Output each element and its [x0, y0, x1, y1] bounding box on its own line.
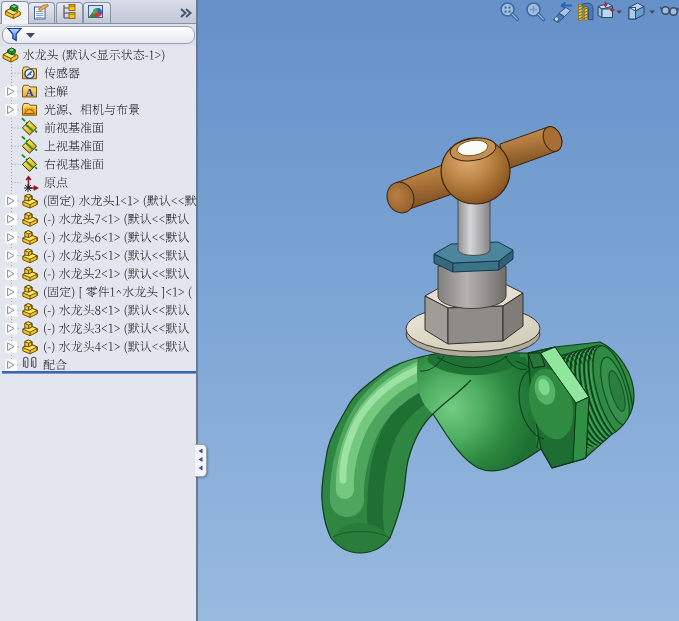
svg-text:A: A	[26, 86, 34, 98]
